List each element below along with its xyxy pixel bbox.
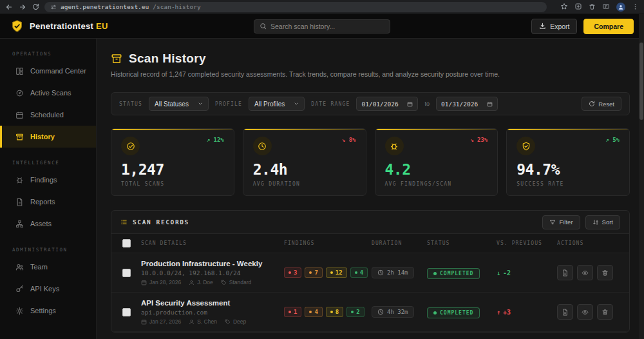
report-button[interactable] <box>557 304 573 320</box>
report-button[interactable] <box>557 265 573 280</box>
date-from-input[interactable]: 01/01/2026 <box>356 97 418 111</box>
sidebar-item-assets[interactable]: Assets <box>0 213 96 235</box>
archive-icon <box>15 133 24 141</box>
compare-button[interactable]: Compare <box>583 19 634 34</box>
clock-icon <box>253 137 272 155</box>
sidebar-item-history[interactable]: History <box>0 126 96 148</box>
col-scan-details: SCAN DETAILS <box>141 240 284 246</box>
tag-icon <box>225 319 231 325</box>
profile-filter-label: PROFILE <box>215 101 242 107</box>
app-header: Penetrationtest EU Export Compare <box>0 14 644 39</box>
screen: agent.penetrationtest.eu/scan-history Pe… <box>0 0 644 339</box>
sort-button[interactable]: Sort <box>585 215 620 229</box>
sidebar-item-scheduled[interactable]: Scheduled <box>0 104 96 126</box>
sidebar-item-team[interactable]: Team <box>0 256 96 278</box>
table-row: Production Infrastructure - Weekly 10.0.… <box>111 253 629 293</box>
funnel-icon <box>549 219 556 226</box>
stats-row: ↗ 12% 1,247 TOTAL SCANS ↘ 8% 2.4h AVG DU… <box>111 128 630 196</box>
clock-icon <box>377 309 384 315</box>
url-path: /scan-history <box>153 3 200 10</box>
col-duration: DURATION <box>372 240 427 246</box>
status-filter-label: STATUS <box>119 101 142 107</box>
filter-button[interactable]: Filter <box>542 215 580 229</box>
stat-card-success-rate: ↗ 5% 94.7% SUCCESS RATE <box>506 128 630 196</box>
browser-back-icon[interactable] <box>5 3 13 11</box>
calendar-icon <box>141 319 147 325</box>
main-content: Scan History Historical record of 1,247 … <box>97 39 644 339</box>
status-badge: COMPLETED <box>427 307 480 318</box>
radar-icon <box>15 89 24 97</box>
stat-value: 4.2 <box>385 161 488 178</box>
stat-value: 1,247 <box>121 161 224 178</box>
global-search[interactable] <box>254 19 390 34</box>
chevron-down-icon <box>294 101 299 106</box>
bug-icon <box>385 137 404 155</box>
bookmark-star-icon[interactable] <box>560 1 568 13</box>
browser-forward-icon[interactable] <box>19 3 26 11</box>
date-to-input[interactable]: 01/31/2026 <box>436 97 498 111</box>
new-tab-icon[interactable] <box>574 1 582 13</box>
sort-icon <box>592 219 599 226</box>
status-select[interactable]: All Statuses <box>149 97 209 111</box>
browser-bar: agent.penetrationtest.eu/scan-history <box>0 0 644 14</box>
vs-previous: ↑+3 <box>497 309 557 316</box>
col-vs-previous: VS. PREVIOUS <box>497 240 557 246</box>
media-controls-icon[interactable] <box>602 1 610 13</box>
search-icon <box>260 23 267 30</box>
profile-avatar[interactable] <box>616 3 625 12</box>
page-title: Scan History <box>129 52 206 66</box>
stat-card-avg-duration: ↘ 8% 2.4h AVG DURATION <box>243 128 366 196</box>
col-findings: FINDINGS <box>284 240 372 246</box>
chevron-down-icon <box>198 101 203 106</box>
view-button[interactable] <box>577 265 593 280</box>
sidebar-item-findings[interactable]: Findings <box>0 169 96 191</box>
scan-history-icon <box>111 53 122 64</box>
scan-target: api.production.com <box>141 309 284 316</box>
sidebar-item-api-keys[interactable]: API Keys <box>0 278 96 300</box>
row-actions <box>557 304 629 320</box>
brand-accent: EU <box>96 21 108 31</box>
shield-icon <box>516 137 535 155</box>
view-button[interactable] <box>577 304 593 320</box>
sidebar-item-command-center[interactable]: Command Center <box>0 60 96 82</box>
col-status: STATUS <box>427 240 497 246</box>
delete-button[interactable] <box>597 304 613 320</box>
brand-name: Penetrationtest <box>30 21 93 31</box>
select-all-checkbox[interactable] <box>122 239 131 247</box>
sidebar-section-administration: ADMINISTRATION <box>0 241 96 256</box>
sidebar-item-reports[interactable]: Reports <box>0 191 96 213</box>
row-checkbox[interactable] <box>122 269 131 277</box>
sidebar-item-settings[interactable]: Settings <box>0 300 96 322</box>
browser-menu-icon[interactable] <box>632 1 639 13</box>
stat-label: AVG FINDINGS/SCAN <box>385 181 488 187</box>
page-subtitle: Historical record of 1,247 completed sec… <box>111 70 630 78</box>
calendar-icon[interactable] <box>407 101 413 107</box>
site-settings-icon[interactable] <box>50 4 57 10</box>
delete-button[interactable] <box>597 265 613 280</box>
calendar-icon[interactable] <box>487 101 493 107</box>
calendar-icon <box>15 111 24 119</box>
sidebar: OPERATIONS Command Center Active Scans S… <box>0 39 97 339</box>
scrollbar-thumb[interactable] <box>639 43 643 120</box>
url-bar[interactable]: agent.penetrationtest.eu/scan-history <box>44 2 547 12</box>
row-checkbox[interactable] <box>122 308 131 316</box>
date-separator: to <box>424 101 430 107</box>
scan-owner: S. Chen <box>197 318 217 325</box>
page-scrollbar[interactable] <box>639 14 644 339</box>
arrow-down-icon: ↓ <box>497 269 500 276</box>
browser-refresh-icon[interactable] <box>32 3 39 10</box>
date-range-label: DATE RANGE <box>311 101 350 107</box>
badge-critical: 1 <box>284 307 301 317</box>
reset-button[interactable]: Reset <box>582 97 621 111</box>
file-icon <box>15 198 24 206</box>
badge-low: 4 <box>350 267 368 278</box>
findings-badges: 1 4 8 2 <box>284 307 372 317</box>
sidebar-item-active-scans[interactable]: Active Scans <box>0 82 96 104</box>
sidebar-section-operations: OPERATIONS <box>0 45 96 60</box>
export-button[interactable]: Export <box>531 19 577 34</box>
scan-title: Production Infrastructure - Weekly <box>141 260 284 267</box>
profile-select[interactable]: All Profiles <box>249 97 305 111</box>
user-icon <box>189 280 194 286</box>
search-input[interactable] <box>270 23 384 30</box>
delete-browsing-icon[interactable] <box>589 1 596 13</box>
